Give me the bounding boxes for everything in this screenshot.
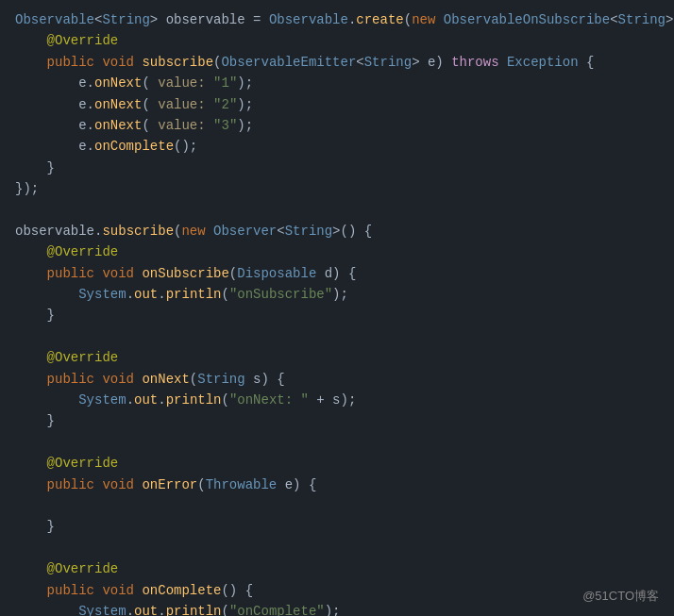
code-line-12: public void onSubscribe(Disposable d) {: [15, 263, 659, 284]
watermark-label: @51CTO博客: [582, 587, 659, 607]
code-line-1: Observable<String> observable = Observab…: [15, 9, 659, 30]
code-line-20: public void onError(Throwable e) {: [15, 474, 659, 495]
code-line-11: @Override: [15, 241, 659, 262]
code-line-2: @Override: [15, 30, 659, 51]
code-line-17: System.out.println("onNext: " + s);: [15, 390, 659, 410]
code-line-blank5: [15, 538, 659, 558]
code-line-24: System.out.println("onComplete");: [15, 601, 659, 616]
code-line-13: System.out.println("onSubscribe");: [15, 284, 659, 305]
code-line-19: @Override: [15, 453, 659, 474]
code-line-10: observable.subscribe(new Observer<String…: [15, 221, 659, 241]
code-line-16: public void onNext(String s) {: [15, 369, 659, 390]
code-line-23: public void onComplete() {: [15, 580, 659, 601]
code-line-blank3: [15, 432, 659, 453]
code-editor: Observable<String> observable = Observab…: [0, 0, 674, 616]
code-line-blank4: [15, 495, 659, 516]
code-line-3: public void subscribe(ObservableEmitter<…: [15, 52, 659, 73]
code-line-18: }: [15, 410, 659, 431]
code-line-9: });: [15, 178, 659, 199]
code-line-15: @Override: [15, 347, 659, 368]
code-line-blank1: [15, 200, 659, 221]
code-line-blank2: [15, 326, 659, 347]
code-line-14: }: [15, 305, 659, 325]
code-line-5: e.onNext( value: "2");: [15, 94, 659, 115]
code-line-6: e.onNext( value: "3");: [15, 115, 659, 136]
code-line-22: @Override: [15, 558, 659, 579]
code-line-7: e.onComplete();: [15, 136, 659, 157]
code-line-4: e.onNext( value: "1");: [15, 73, 659, 93]
code-line-8: }: [15, 158, 659, 178]
code-line-21: }: [15, 516, 659, 537]
